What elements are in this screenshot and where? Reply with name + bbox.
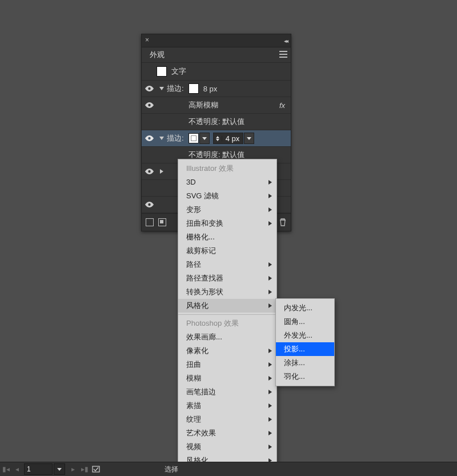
menu-video[interactable]: 视频 <box>178 440 276 454</box>
page-dropdown[interactable] <box>54 463 65 475</box>
panel-menu-icon[interactable] <box>279 51 287 58</box>
collapse-icon[interactable]: ◂◂ <box>284 38 287 44</box>
stroke2-label: 描边: <box>167 133 184 143</box>
menu-section-photoshop: Photoshop 效果 <box>178 317 276 330</box>
stylize-submenu: 内发光... 圆角... 外发光... 投影... 涂抹... 羽化... <box>275 298 335 386</box>
row-opacity-1[interactable]: 不透明度: 默认值 <box>142 114 291 130</box>
svg-point-2 <box>148 137 150 139</box>
submenu-scribble[interactable]: 涂抹... <box>276 356 334 370</box>
row-stroke-2[interactable]: 描边: 4 px <box>142 130 291 147</box>
menu-3d[interactable]: 3D <box>178 175 276 189</box>
submenu-round-corners[interactable]: 圆角... <box>276 315 334 329</box>
nav-prev[interactable]: ◂ <box>11 462 23 476</box>
chevron-down-icon[interactable] <box>159 87 164 90</box>
tool-mode-label: 选择 <box>165 465 178 474</box>
opacity1-label: 不透明度: 默认值 <box>157 117 244 127</box>
chevron-down-icon[interactable] <box>159 137 164 140</box>
status-bar: ▮◂ ◂ 1 ▸ ▸▮ 选择 <box>0 462 457 476</box>
stroke1-label: 描边: <box>167 83 184 94</box>
chevron-right-icon <box>268 262 272 267</box>
nav-last[interactable]: ▸▮ <box>79 462 90 476</box>
visibility-icon[interactable] <box>145 201 154 209</box>
submenu-feather[interactable]: 羽化... <box>276 370 334 383</box>
menu-separator <box>178 314 276 315</box>
submenu-drop-shadow[interactable]: 投影... <box>276 342 334 356</box>
visibility-icon[interactable] <box>145 167 154 176</box>
menu-path[interactable]: 路径 <box>178 258 276 271</box>
svg-point-4 <box>148 203 150 205</box>
svg-point-0 <box>148 87 150 89</box>
trash-icon[interactable] <box>278 218 287 227</box>
submenu-inner-glow[interactable]: 内发光... <box>276 301 334 315</box>
panel-tabs: 外观 <box>142 47 291 63</box>
menu-convert-shape[interactable]: 转换为形状 <box>178 285 276 299</box>
menu-texture[interactable]: 纹理 <box>178 413 276 426</box>
menu-pixelate[interactable]: 像素化 <box>178 344 276 358</box>
menu-section-illustrator: Illustrator 效果 <box>178 162 276 175</box>
chevron-right-icon <box>268 390 272 394</box>
effects-menu: Illustrator 效果 3D SVG 滤镜 变形 扭曲和变换 栅格化...… <box>178 159 277 470</box>
chevron-right-icon <box>268 349 272 353</box>
stroke2-swatch[interactable] <box>189 133 199 143</box>
nav-next[interactable]: ▸ <box>67 462 79 476</box>
chevron-right-icon[interactable] <box>160 169 163 174</box>
menu-distort-transform[interactable]: 扭曲和变换 <box>178 217 276 230</box>
visibility-icon[interactable] <box>145 101 154 110</box>
stroke2-swatch-dropdown[interactable] <box>199 133 210 144</box>
visibility-icon[interactable] <box>145 85 154 93</box>
chevron-right-icon <box>268 290 272 294</box>
menu-rasterize[interactable]: 栅格化... <box>178 230 276 244</box>
menu-stylize[interactable]: 风格化 <box>178 299 276 313</box>
chevron-right-icon <box>268 194 272 198</box>
nav-artboard[interactable] <box>90 462 102 476</box>
fill-swatch[interactable] <box>157 66 167 77</box>
tab-appearance[interactable]: 外观 <box>145 47 169 62</box>
chevron-right-icon <box>268 303 272 308</box>
menu-warp[interactable]: 变形 <box>178 203 276 217</box>
chevron-right-icon <box>268 221 272 226</box>
menu-distort[interactable]: 扭曲 <box>178 358 276 371</box>
chevron-right-icon <box>268 180 272 185</box>
menu-sketch[interactable]: 素描 <box>178 399 276 413</box>
stroke1-size: 8 px <box>199 85 218 93</box>
visibility-icon[interactable] <box>145 134 154 143</box>
stepper-icon[interactable] <box>214 136 222 141</box>
row-root[interactable]: 文字 <box>142 63 291 81</box>
svg-point-3 <box>148 170 150 172</box>
chevron-right-icon <box>268 431 272 435</box>
chevron-right-icon <box>268 376 272 381</box>
chevron-right-icon <box>268 445 272 449</box>
gauss-label: 高斯模糊 <box>157 100 218 110</box>
chevron-right-icon <box>268 207 272 212</box>
page-input[interactable]: 1 <box>24 463 53 475</box>
menu-brush-strokes[interactable]: 画笔描边 <box>178 385 276 399</box>
stroke1-swatch[interactable] <box>189 83 199 94</box>
chevron-right-icon <box>268 362 272 367</box>
stroke2-size-input[interactable]: 4 px <box>213 133 244 144</box>
row-gauss[interactable]: 高斯模糊 fx <box>142 97 291 114</box>
root-label: 文字 <box>167 66 186 77</box>
close-icon[interactable]: × <box>145 36 149 44</box>
fx-icon[interactable]: fx <box>279 101 291 110</box>
panel-header: × ◂◂ <box>142 34 291 47</box>
svg-rect-7 <box>93 466 99 472</box>
menu-pathfinder[interactable]: 路径查找器 <box>178 271 276 285</box>
menu-effect-gallery[interactable]: 效果画廊... <box>178 330 276 344</box>
new-fill-icon[interactable] <box>158 218 167 227</box>
chevron-right-icon <box>268 403 272 408</box>
chevron-right-icon <box>268 276 272 281</box>
menu-crop-marks[interactable]: 裁剪标记 <box>178 244 276 258</box>
row-stroke-1[interactable]: 描边: 8 px <box>142 81 291 97</box>
menu-svg-filters[interactable]: SVG 滤镜 <box>178 189 276 203</box>
submenu-outer-glow[interactable]: 外发光... <box>276 329 334 342</box>
menu-blur[interactable]: 模糊 <box>178 371 276 385</box>
stroke2-size-dropdown[interactable] <box>244 133 254 144</box>
new-stroke-icon[interactable] <box>145 218 154 227</box>
nav-first[interactable]: ▮◂ <box>0 462 11 476</box>
svg-point-1 <box>148 103 150 106</box>
chevron-right-icon <box>268 417 272 422</box>
menu-artistic[interactable]: 艺术效果 <box>178 426 276 440</box>
